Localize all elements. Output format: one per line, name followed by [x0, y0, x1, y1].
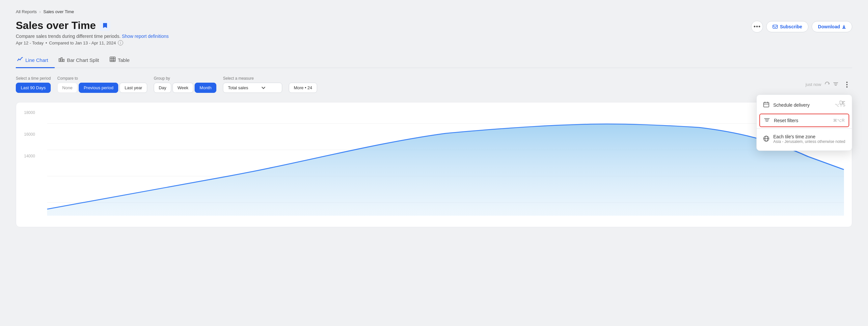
schedule-delivery-shortcut: ⌥⇧S — [835, 103, 845, 107]
title-row: Sales over Time — [16, 20, 168, 32]
reset-filters-shortcut: ⌘⌥R — [833, 118, 845, 123]
chart-area-fill — [47, 124, 844, 216]
line-chart-icon — [17, 57, 23, 63]
bar-chart-icon — [59, 57, 65, 63]
svg-rect-4 — [110, 57, 115, 62]
svg-point-12 — [846, 82, 847, 83]
timezone-sublabel: Asia - Jerusalem, unless otherwise noted — [773, 139, 845, 144]
tab-line-chart-label: Line Chart — [25, 57, 48, 63]
group-by-label: Group by — [154, 76, 216, 81]
dropdown-divider — [757, 128, 852, 129]
header-actions: ••• Subscribe Download — [751, 21, 852, 33]
time-period-buttons: Last 90 Days — [16, 83, 51, 93]
download-button[interactable]: Download — [812, 21, 852, 32]
tab-line-chart[interactable]: Line Chart — [16, 53, 55, 68]
timezone-label: Each tile's time zone — [773, 134, 845, 139]
y-label-16000: 16000 — [24, 132, 35, 137]
more-button[interactable]: More • 24 — [289, 83, 317, 93]
svg-rect-1 — [59, 59, 60, 62]
download-label: Download — [818, 24, 840, 29]
filters-right: just now — [805, 79, 852, 90]
chart-svg-wrapper — [47, 110, 844, 216]
title-section: Sales over Time Compare sales trends dur… — [16, 20, 168, 46]
calendar-icon — [763, 101, 769, 108]
dropdown-schedule-delivery[interactable]: Schedule delivery ⌥⇧S — [757, 97, 852, 112]
subscribe-button[interactable]: Subscribe — [766, 21, 808, 32]
svg-point-14 — [846, 86, 847, 88]
more-options-header-button[interactable]: ••• — [751, 21, 763, 33]
group-month-btn[interactable]: Month — [195, 83, 216, 93]
time-period-last90days[interactable]: Last 90 Days — [16, 83, 51, 93]
header-row: Sales over Time Compare sales trends dur… — [16, 20, 852, 46]
globe-icon — [763, 136, 769, 143]
compare-none-btn[interactable]: None — [57, 83, 78, 93]
compare-to-buttons: None Previous period Last year — [57, 83, 147, 93]
chart-svg — [47, 110, 844, 216]
time-period-label: Select a time period — [16, 76, 51, 81]
svg-rect-15 — [764, 102, 769, 107]
time-period-group: Select a time period Last 90 Days — [16, 76, 51, 93]
page-title: Sales over Time — [16, 20, 96, 32]
y-label-18000: 18000 — [24, 110, 35, 115]
measure-group: Select a measure Total sales — [223, 76, 282, 93]
dropdown-timezone[interactable]: Each tile's time zone Asia - Jerusalem, … — [757, 130, 852, 148]
svg-rect-3 — [63, 59, 64, 62]
subtitle: Compare sales trends during different ti… — [16, 34, 168, 39]
date-range: Apr 12 - Today • Compared to Jan 13 - Ap… — [16, 40, 168, 46]
svg-rect-0 — [773, 25, 777, 28]
y-label-14000: 14000 — [24, 154, 35, 158]
compare-to-group: Compare to None Previous period Last yea… — [57, 76, 147, 93]
bookmark-icon[interactable] — [100, 21, 110, 31]
filter-reset-icon — [764, 118, 770, 123]
dropdown-reset-filters[interactable]: Reset filters ⌘⌥R — [760, 114, 849, 127]
reset-filters-label: Reset filters — [774, 118, 798, 123]
svg-point-13 — [846, 84, 847, 85]
refresh-icon[interactable] — [825, 81, 830, 88]
breadcrumb-current: Sales over Time — [43, 9, 74, 14]
compare-lastyear-btn[interactable]: Last year — [120, 83, 147, 93]
info-icon[interactable]: i — [118, 40, 123, 46]
measure-select[interactable]: Total sales — [223, 83, 282, 93]
group-week-btn[interactable]: Week — [173, 83, 193, 93]
tabs-row: Line Chart Bar Chart Split — [16, 53, 852, 68]
tab-table[interactable]: Table — [108, 53, 136, 68]
dropdown-menu: Schedule delivery ⌥⇧S Reset filters ⌘⌥R — [756, 94, 852, 151]
breadcrumb-chevron-icon: › — [39, 9, 41, 14]
compare-previous-btn[interactable]: Previous period — [79, 83, 118, 93]
schedule-delivery-label: Schedule delivery — [773, 102, 810, 108]
chart-container: 18000 16000 14000 — [16, 102, 852, 227]
group-by-buttons: Day Week Month — [154, 83, 216, 93]
filter-lines-icon[interactable] — [833, 82, 838, 88]
subscribe-label: Subscribe — [780, 24, 802, 29]
breadcrumb-parent[interactable]: All Reports — [16, 9, 37, 14]
tab-bar-chart-split[interactable]: Bar Chart Split — [57, 53, 106, 68]
compare-to-label: Compare to — [57, 76, 147, 81]
y-axis-labels: 18000 16000 14000 — [24, 110, 35, 158]
more-options-chart-button[interactable] — [842, 79, 852, 90]
more-spacer — [289, 76, 317, 81]
svg-rect-2 — [61, 58, 62, 62]
tab-bar-chart-label: Bar Chart Split — [67, 57, 99, 63]
more-group: More • 24 — [289, 76, 317, 93]
breadcrumb: All Reports › Sales over Time — [16, 9, 852, 14]
tab-table-label: Table — [118, 57, 130, 63]
filters-row: Select a time period Last 90 Days Compar… — [16, 76, 852, 93]
measure-buttons: Total sales — [223, 83, 282, 93]
show-definitions-link[interactable]: Show report definitions — [122, 34, 168, 39]
table-icon — [110, 57, 116, 63]
measure-value: Total sales — [228, 85, 248, 90]
group-day-btn[interactable]: Day — [154, 83, 171, 93]
last-updated: just now — [805, 82, 821, 87]
group-by-group: Group by Day Week Month — [154, 76, 216, 93]
timezone-content: Each tile's time zone Asia - Jerusalem, … — [773, 134, 845, 144]
measure-label: Select a measure — [223, 76, 282, 81]
